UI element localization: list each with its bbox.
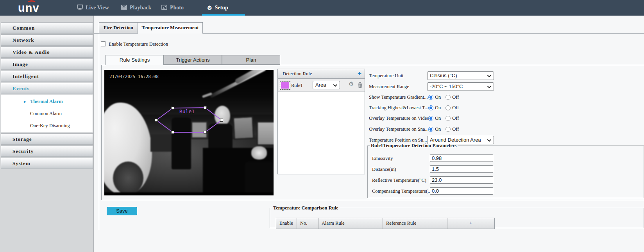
save-button[interactable]: Save xyxy=(107,207,137,215)
compensating-temperature-label: Compensating Temperature(... xyxy=(372,187,431,195)
rule-polygon-overlay[interactable]: Rule1 xyxy=(104,70,274,195)
polygon-rule-label: Rule1 xyxy=(179,108,195,114)
overlay-temperature-video-label: Overlay Temperature on Video xyxy=(369,114,429,122)
sidebar-item-network[interactable]: Network xyxy=(1,34,93,46)
radio-on-selected[interactable] xyxy=(428,105,433,110)
photo-icon xyxy=(161,5,167,11)
detection-rule-row[interactable]: Rule1 Area ⚙ xyxy=(278,79,365,92)
submenu-item-thermal-alarm[interactable]: ► Thermal Alarm xyxy=(1,96,93,108)
overlay-temperature-video-radios: On Off xyxy=(428,114,462,122)
show-temperature-gradient-radios: On Off xyxy=(428,93,462,101)
sidebar-item-video-audio[interactable]: Video & Audio xyxy=(1,46,93,58)
sidebar-item-image[interactable]: Image xyxy=(1,59,93,70)
radio-off[interactable] xyxy=(445,116,451,121)
events-submenu: ► Thermal Alarm Common Alarm One-Key Dis… xyxy=(1,95,93,132)
column-header-enable: Enable xyxy=(276,218,297,229)
radio-off[interactable] xyxy=(445,95,451,100)
sidebar-item-system[interactable]: System xyxy=(1,158,93,169)
rule-color-swatch xyxy=(281,82,289,89)
column-header-alarm-rule: Alarm Rule xyxy=(318,218,383,229)
tracking-highest-lowest-label: Tracking Highest&Lowest T... xyxy=(369,103,428,112)
nav-item-setup[interactable]: ⚙ Setup xyxy=(207,0,228,16)
emissivity-input[interactable] xyxy=(430,154,493,162)
film-icon xyxy=(121,5,127,11)
chevron-down-icon xyxy=(487,139,491,142)
selected-arrow-icon: ► xyxy=(23,96,27,108)
radio-on-selected[interactable] xyxy=(428,116,433,121)
rule-params-legend: Rule1Temperature Detection Parameters xyxy=(370,143,458,149)
nav-item-label: Setup xyxy=(215,5,228,11)
chevron-down-icon xyxy=(333,84,337,87)
chevron-down-icon xyxy=(487,75,491,77)
tab-fire-detection[interactable]: Fire Detection xyxy=(99,22,138,33)
temperature-unit-label: Temperature Unit xyxy=(369,71,403,80)
sidebar-item-events[interactable]: Events xyxy=(1,83,93,94)
nav-item-label: Playback xyxy=(130,5,151,11)
rule-name-label: Rule1 xyxy=(291,81,303,90)
overlay-temperature-snapshot-label: Overlay Temperature on Sna... xyxy=(369,125,429,133)
emissivity-label: Emissivity xyxy=(372,154,393,163)
show-temperature-gradient-label: Show Temperature Gradient... xyxy=(369,93,428,101)
video-preview[interactable]: 21/04/2025 16:28:08 Rule1 xyxy=(104,70,274,195)
sidebar-item-common[interactable]: Common xyxy=(1,22,93,34)
column-header-no: No. xyxy=(297,218,318,229)
radio-off[interactable] xyxy=(445,105,451,110)
reflective-temperature-input[interactable] xyxy=(430,176,493,184)
compensating-temperature-input[interactable] xyxy=(430,187,493,195)
distance-input[interactable] xyxy=(430,165,493,173)
nav-item-playback[interactable]: Playback xyxy=(121,0,151,16)
enable-temperature-detection-label: Enable Temperature Detection xyxy=(109,40,168,48)
nav-item-label: Live View xyxy=(86,5,109,11)
temperature-comparison-fieldset: Temperature Comparison Rule Enable No. A… xyxy=(270,205,644,228)
sidebar-item-intelligent[interactable]: Intelligent xyxy=(1,71,93,82)
sidebar: Common Network Video & Audio Image Intel… xyxy=(0,16,94,252)
radio-on-selected[interactable] xyxy=(428,95,433,100)
radio-on-selected[interactable] xyxy=(428,127,433,132)
rule-color-swatch-selected[interactable] xyxy=(280,81,290,90)
overlay-temperature-snapshot-radios: On Off xyxy=(428,125,462,133)
measurement-range-select[interactable]: -20°C ~ 150°C xyxy=(427,82,494,91)
monitor-icon xyxy=(77,4,83,11)
top-navbar: unv Live View Playback Photo ⚙ Setup xyxy=(0,0,644,16)
logo-red-arc xyxy=(27,0,36,5)
reflective-temperature-label: Reflective Temperature(°C) xyxy=(372,176,426,185)
rule-type-select[interactable]: Area xyxy=(313,81,340,89)
tab-page-left-border xyxy=(99,34,99,230)
submenu-item-common-alarm[interactable]: Common Alarm xyxy=(1,108,93,120)
column-header-reference-rule: Reference Rule xyxy=(383,218,447,229)
rule-delete-trash-icon[interactable] xyxy=(358,82,363,90)
add-comparison-rule-plus-icon[interactable]: + xyxy=(447,218,494,229)
measurement-range-label: Measurement Range xyxy=(369,82,409,91)
detection-rule-panel: Detection Rule + Rule1 Area ⚙ xyxy=(277,69,365,174)
nav-item-label: Photo xyxy=(170,5,184,11)
detection-rule-header: Detection Rule + xyxy=(278,69,365,79)
tab-temperature-measurement[interactable]: Temperature Measurement xyxy=(138,22,203,34)
gear-icon: ⚙ xyxy=(207,5,212,11)
temperature-comparison-legend: Temperature Comparison Rule xyxy=(272,205,340,211)
tracking-highest-lowest-radios: On Off xyxy=(428,103,462,112)
sidebar-item-storage[interactable]: Storage xyxy=(1,133,93,145)
active-tab-underline xyxy=(202,14,245,16)
tab-trigger-actions[interactable]: Trigger Actions xyxy=(164,55,222,65)
add-rule-plus-icon[interactable]: + xyxy=(358,69,361,78)
temperature-unit-select[interactable]: Celsius (°C) xyxy=(427,71,494,80)
tab-plan[interactable]: Plan xyxy=(222,55,280,65)
nav-item-photo[interactable]: Photo xyxy=(161,0,184,16)
video-timestamp: 21/04/2025 16:28:08 xyxy=(109,74,159,79)
rule-settings-gear-icon[interactable]: ⚙ xyxy=(349,80,354,87)
chevron-down-icon xyxy=(487,86,491,88)
sidebar-item-security[interactable]: Security xyxy=(1,146,93,157)
radio-off[interactable] xyxy=(445,127,451,132)
submenu-item-one-key-disarming[interactable]: One-Key Disarming xyxy=(1,120,93,132)
app-root: unv Live View Playback Photo ⚙ Setup xyxy=(0,0,644,252)
distance-label: Distance(m) xyxy=(372,165,396,174)
tab-rule-settings[interactable]: Rule Settings xyxy=(106,55,164,65)
enable-temperature-detection-checkbox[interactable] xyxy=(101,41,106,46)
comparison-rule-table: Enable No. Alarm Rule Reference Rule + xyxy=(276,218,495,229)
nav-item-live-view[interactable]: Live View xyxy=(77,0,109,16)
